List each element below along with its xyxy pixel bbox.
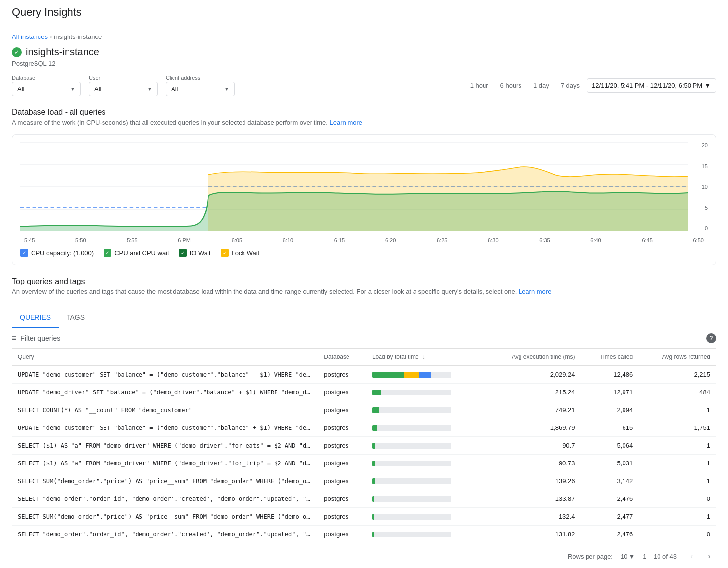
load-bar xyxy=(366,366,484,384)
query-text[interactable]: SELECT SUM("demo_order"."price") AS "pri… xyxy=(12,472,318,490)
user-filter[interactable]: All ▼ xyxy=(89,82,158,96)
query-text[interactable]: SELECT COUNT(*) AS "__count" FROM "demo_… xyxy=(12,401,318,419)
client-filter-arrow: ▼ xyxy=(224,86,229,92)
query-text[interactable]: SELECT "demo_order"."order_id", "demo_or… xyxy=(12,526,318,543)
rows-per-page-arrow: ▼ xyxy=(628,553,635,560)
time-1day[interactable]: 1 day xyxy=(528,79,554,92)
client-filter-label: Client address xyxy=(166,75,235,81)
legend-io-wait-checkbox xyxy=(179,249,187,257)
db-name: postgres xyxy=(318,401,366,419)
database-filter-arrow: ▼ xyxy=(70,86,75,92)
instance-title: insights-instance xyxy=(26,46,99,58)
avg-exec-time: 90.7 xyxy=(484,437,581,455)
database-filter-label: Database xyxy=(12,75,81,81)
legend-lock-wait[interactable]: Lock Wait xyxy=(221,249,260,257)
load-bar xyxy=(366,401,484,419)
table-row[interactable]: SELECT ($1) AS "a" FROM "demo_driver" WH… xyxy=(12,455,716,472)
tab-tags[interactable]: TAGS xyxy=(59,307,93,328)
chart-learn-more[interactable]: Learn more xyxy=(330,119,362,126)
load-bar xyxy=(366,508,484,526)
table-row[interactable]: SELECT COUNT(*) AS "__count" FROM "demo_… xyxy=(12,401,716,419)
chart-title: Database load - all queries xyxy=(12,108,716,117)
times-called: 2,994 xyxy=(581,401,639,419)
db-name: postgres xyxy=(318,490,366,508)
table-row[interactable]: SELECT SUM("demo_order"."price") AS "pri… xyxy=(12,508,716,526)
prev-page-btn[interactable]: ‹ xyxy=(685,549,698,563)
table-row[interactable]: SELECT ($1) AS "a" FROM "demo_driver" WH… xyxy=(12,437,716,455)
y-label-5: 5 xyxy=(691,205,708,211)
avg-rows: 1 xyxy=(639,508,716,526)
col-load[interactable]: Load by total time ↓ xyxy=(366,349,484,366)
load-bar xyxy=(366,526,484,543)
times-called: 2,476 xyxy=(581,490,639,508)
avg-exec-time: 215.24 xyxy=(484,384,581,401)
table-row[interactable]: UPDATE "demo_customer" SET "balance" = (… xyxy=(12,366,716,384)
query-text[interactable]: SELECT ($1) AS "a" FROM "demo_driver" WH… xyxy=(12,455,318,472)
top-queries-learn-more[interactable]: Learn more xyxy=(519,288,551,295)
time-range-picker[interactable]: 12/11/20, 5:41 PM - 12/11/20, 6:50 PM ▼ xyxy=(587,78,716,93)
help-icon[interactable]: ? xyxy=(706,333,716,343)
times-called: 3,142 xyxy=(581,472,639,490)
col-database: Database xyxy=(318,349,366,366)
client-filter-value: All xyxy=(171,85,221,93)
rows-per-page-select[interactable]: 10 ▼ xyxy=(621,553,635,560)
avg-rows: 0 xyxy=(639,490,716,508)
y-label-20: 20 xyxy=(691,142,708,148)
avg-exec-time: 131.82 xyxy=(484,526,581,543)
db-name: postgres xyxy=(318,437,366,455)
query-text[interactable]: UPDATE "demo_customer" SET "balance" = (… xyxy=(12,419,318,437)
table-row[interactable]: SELECT "demo_order"."order_id", "demo_or… xyxy=(12,490,716,508)
legend-cpu-capacity[interactable]: CPU capacity: (1.000) xyxy=(20,249,94,257)
load-bar xyxy=(366,419,484,437)
load-bar xyxy=(366,384,484,401)
user-filter-value: All xyxy=(94,85,144,93)
top-queries-title: Top queries and tags xyxy=(12,277,716,286)
breadcrumb-parent[interactable]: All instances xyxy=(12,33,48,40)
avg-rows: 484 xyxy=(639,384,716,401)
query-text[interactable]: UPDATE "demo_driver" SET "balance" = ("d… xyxy=(12,384,318,401)
query-text[interactable]: SELECT SUM("demo_order"."price") AS "pri… xyxy=(12,508,318,526)
table-row[interactable]: SELECT "demo_order"."order_id", "demo_or… xyxy=(12,526,716,543)
y-label-10: 10 xyxy=(691,184,708,190)
table-row[interactable]: UPDATE "demo_driver" SET "balance" = ("d… xyxy=(12,384,716,401)
chart-legend: CPU capacity: (1.000) CPU and CPU wait I… xyxy=(20,249,708,257)
avg-rows: 1,751 xyxy=(639,419,716,437)
db-name: postgres xyxy=(318,508,366,526)
avg-exec-time: 1,869.79 xyxy=(484,419,581,437)
time-range-text: 12/11/20, 5:41 PM - 12/11/20, 6:50 PM xyxy=(592,82,702,89)
query-text[interactable]: UPDATE "demo_customer" SET "balance" = (… xyxy=(12,366,318,384)
time-7days[interactable]: 7 days xyxy=(556,79,585,92)
times-called: 615 xyxy=(581,419,639,437)
time-1hour[interactable]: 1 hour xyxy=(465,79,493,92)
table-row[interactable]: UPDATE "demo_customer" SET "balance" = (… xyxy=(12,419,716,437)
avg-exec-time: 90.73 xyxy=(484,455,581,472)
avg-rows: 1 xyxy=(639,472,716,490)
database-filter[interactable]: All ▼ xyxy=(12,82,81,96)
time-6hours[interactable]: 6 hours xyxy=(495,79,526,92)
filter-icon: ≡ xyxy=(12,334,16,343)
legend-cpu-wait-label: CPU and CPU wait xyxy=(114,249,169,257)
table-row[interactable]: SELECT SUM("demo_order"."price") AS "pri… xyxy=(12,472,716,490)
legend-io-wait[interactable]: IO Wait xyxy=(179,249,211,257)
avg-exec-time: 132.4 xyxy=(484,508,581,526)
legend-cpu-wait[interactable]: CPU and CPU wait xyxy=(104,249,169,257)
load-bar xyxy=(366,455,484,472)
query-text[interactable]: SELECT ($1) AS "a" FROM "demo_driver" WH… xyxy=(12,437,318,455)
avg-exec-time: 749.21 xyxy=(484,401,581,419)
avg-rows: 1 xyxy=(639,455,716,472)
next-page-btn[interactable]: › xyxy=(702,549,716,563)
times-called: 12,486 xyxy=(581,366,639,384)
filter-text[interactable]: Filter queries xyxy=(20,334,60,342)
chart-x-labels: 5:455:505:556 PM 6:056:106:156:20 6:256:… xyxy=(20,237,708,243)
client-filter[interactable]: All ▼ xyxy=(166,82,235,96)
col-times-called: Times called xyxy=(581,349,639,366)
tab-queries[interactable]: QUERIES xyxy=(12,307,59,328)
query-text[interactable]: SELECT "demo_order"."order_id", "demo_or… xyxy=(12,490,318,508)
db-name: postgres xyxy=(318,526,366,543)
legend-cpu-capacity-checkbox xyxy=(20,249,28,257)
legend-lock-wait-label: Lock Wait xyxy=(232,249,260,257)
database-filter-value: All xyxy=(17,85,68,93)
breadcrumb-separator: › xyxy=(50,33,52,40)
breadcrumb-current: insights-instance xyxy=(54,33,102,40)
user-filter-arrow: ▼ xyxy=(147,86,152,92)
